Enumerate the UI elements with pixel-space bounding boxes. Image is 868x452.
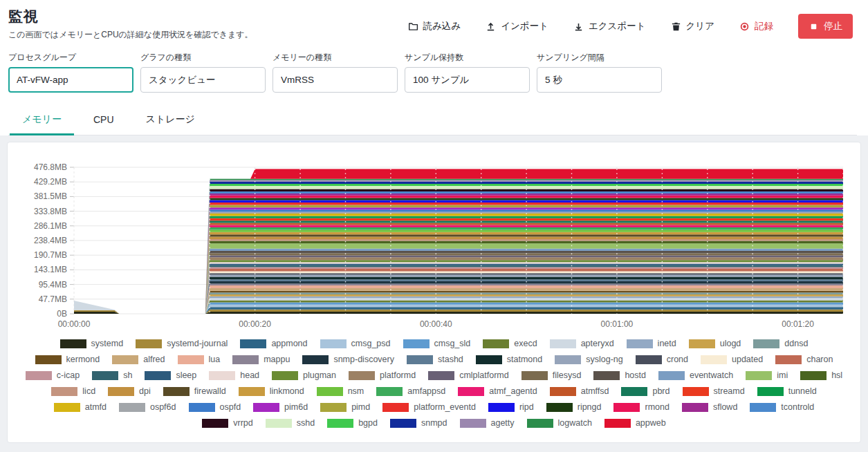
legend-item[interactable]: logwatch xyxy=(527,418,592,428)
legend-item[interactable]: atmffsd xyxy=(550,386,609,396)
legend-item[interactable]: atmfd xyxy=(54,402,107,412)
legend-item[interactable]: charon xyxy=(775,355,833,364)
legend-item[interactable]: dpi xyxy=(108,386,151,396)
sampling-interval-input[interactable] xyxy=(537,67,662,93)
process-group-input[interactable] xyxy=(8,67,133,93)
legend-item[interactable]: appmond xyxy=(240,339,307,348)
legend-label: updated xyxy=(732,355,763,364)
legend-item[interactable]: snmpd xyxy=(390,418,447,428)
legend-item[interactable]: streamd xyxy=(683,386,745,396)
legend-item[interactable]: cmlplatformd xyxy=(428,370,509,380)
legend-item[interactable]: c-icap xyxy=(26,370,80,380)
tab-cpu[interactable]: CPU xyxy=(80,105,128,135)
legend-item[interactable]: platformd xyxy=(349,370,416,380)
legend-item[interactable]: systemd-journal xyxy=(136,339,228,348)
legend-item[interactable]: inetd xyxy=(627,339,676,348)
legend-label: platformd xyxy=(380,370,416,380)
legend-item[interactable]: syslog-ng xyxy=(555,355,623,364)
legend-swatch xyxy=(327,419,353,428)
legend-item[interactable]: ripngd xyxy=(546,402,602,412)
legend-item[interactable]: filesysd xyxy=(521,370,582,380)
trash-icon xyxy=(671,21,681,32)
legend-item[interactable]: lua xyxy=(178,355,221,364)
legend-swatch xyxy=(119,403,145,412)
legend-item[interactable]: pbrd xyxy=(621,386,670,396)
legend-label: ulogd xyxy=(720,339,741,348)
legend-item[interactable]: ddnsd xyxy=(753,339,808,348)
legend-label: crond xyxy=(667,355,688,364)
legend-item[interactable]: execd xyxy=(483,339,537,348)
legend-item[interactable]: vrrpd xyxy=(202,418,252,428)
legend-item[interactable]: linkmond xyxy=(239,386,304,396)
clear-button[interactable]: クリア xyxy=(671,20,714,32)
graph-type-input[interactable] xyxy=(140,67,266,93)
tab-bar: メモリーCPUストレージ xyxy=(8,105,857,135)
legend-item[interactable]: cmsg_psd xyxy=(320,339,391,348)
legend-item[interactable]: ospf6d xyxy=(119,402,176,412)
legend-item[interactable]: sflowd xyxy=(682,402,737,412)
legend-item[interactable]: plugman xyxy=(272,370,336,380)
legend-item[interactable]: mappu xyxy=(232,355,290,364)
memory-type-input[interactable] xyxy=(273,67,398,93)
legend-item[interactable]: pimd xyxy=(320,402,370,412)
legend-item[interactable]: hostd xyxy=(593,370,646,380)
legend-item[interactable]: tcontrold xyxy=(750,402,814,412)
legend-label: licd xyxy=(82,386,95,396)
load-button[interactable]: 読み込み xyxy=(408,20,461,32)
legend-item[interactable]: ripd xyxy=(488,402,534,412)
legend-item[interactable]: appweb xyxy=(604,418,666,428)
legend-item[interactable]: platform_eventd xyxy=(382,402,476,412)
legend-label: tunneld xyxy=(788,386,817,396)
chart-legend: systemdsystemd-journalappmondcmsg_psdcms… xyxy=(19,339,849,428)
legend-swatch xyxy=(320,403,347,412)
legend-item[interactable]: sleep xyxy=(145,370,196,380)
tab-storage[interactable]: ストレージ xyxy=(132,105,209,135)
legend-item[interactable]: tunneld xyxy=(757,386,817,396)
legend-item[interactable]: firewalld xyxy=(163,386,226,396)
legend-item[interactable]: rmond xyxy=(613,402,669,412)
legend-item[interactable]: ulogd xyxy=(689,339,741,348)
legend-swatch xyxy=(302,355,329,364)
legend-item[interactable]: apteryxd xyxy=(550,339,614,348)
legend-item[interactable]: pim6d xyxy=(253,402,308,412)
import-button[interactable]: インポート xyxy=(486,20,548,32)
legend-item[interactable]: sshd xyxy=(266,418,315,428)
legend-item[interactable]: agetty xyxy=(460,418,515,428)
legend-item[interactable]: cmsg_sld xyxy=(403,339,471,348)
legend-label: syslog-ng xyxy=(586,355,623,364)
legend-item[interactable]: licd xyxy=(51,386,95,396)
legend-item[interactable]: imi xyxy=(746,370,788,380)
legend-item[interactable]: updated xyxy=(701,355,763,364)
legend-label: plugman xyxy=(303,370,336,380)
legend-item[interactable]: bgpd xyxy=(327,418,378,428)
legend-item[interactable]: kermond xyxy=(35,355,100,364)
legend-label: c-icap xyxy=(57,370,80,380)
legend-item[interactable]: atmf_agentd xyxy=(458,386,537,396)
export-button[interactable]: エクスポート xyxy=(573,20,646,32)
sample-retention-input[interactable] xyxy=(405,67,530,93)
legend-item[interactable]: sh xyxy=(92,370,132,380)
legend-item[interactable]: systemd xyxy=(60,339,124,348)
legend-swatch xyxy=(775,355,802,364)
legend-item[interactable]: stashd xyxy=(407,355,463,364)
memory-stack-chart[interactable]: 0B47.7MB95.4MB143.1MB190.7MB238.4MB286.1… xyxy=(19,153,851,328)
legend-item[interactable]: amfappsd xyxy=(376,386,445,396)
legend-item[interactable]: head xyxy=(209,370,259,380)
stop-button[interactable]: 停止 xyxy=(798,14,853,39)
legend-item[interactable]: snmp-discovery xyxy=(302,355,394,364)
import-button-label: インポート xyxy=(501,20,548,32)
clear-button-label: クリア xyxy=(686,20,714,32)
sampling-interval-field: サンプリング間隔 xyxy=(537,52,662,93)
legend-item[interactable]: statmond xyxy=(476,355,542,364)
tab-memory[interactable]: メモリー xyxy=(8,105,75,135)
legend-item[interactable]: eventwatch xyxy=(658,370,733,380)
legend-item[interactable]: crond xyxy=(636,355,688,364)
record-button[interactable]: 記録 xyxy=(739,20,773,32)
legend-item[interactable]: hsl xyxy=(800,370,842,380)
legend-item[interactable]: alfred xyxy=(112,355,165,364)
legend-item[interactable]: nsm xyxy=(317,386,364,396)
legend-swatch xyxy=(613,403,640,412)
legend-swatch xyxy=(800,371,827,380)
legend-label: execd xyxy=(514,339,537,348)
legend-item[interactable]: ospfd xyxy=(189,402,241,412)
